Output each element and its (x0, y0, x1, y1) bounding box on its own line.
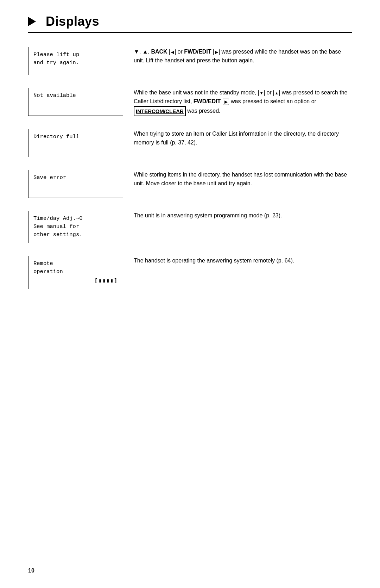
display-row-not-available: Not available While the base unit was no… (28, 88, 352, 116)
screen-not-available: Not available (28, 88, 123, 116)
desc-directory-full: When trying to store an item or Caller L… (134, 129, 352, 147)
desc-save-error: While storing items in the directory, th… (134, 170, 352, 188)
page-number: 10 (28, 568, 34, 574)
screen-please-lift: Please lift up and try again. (28, 47, 123, 75)
desc-not-available: While the base unit was not in the stand… (134, 88, 352, 116)
screen-time-day: Time/day Adj.→0 See manual for other set… (28, 211, 123, 243)
arrow-icon (28, 18, 41, 25)
page-header: Displays (28, 14, 352, 29)
signal-bars-row: [▮▮▮▮] (33, 276, 118, 285)
screen-remote-operation: Remote operation [▮▮▮▮] (28, 256, 123, 289)
display-row-please-lift: Please lift up and try again. ▼, ▲, BACK… (28, 47, 352, 75)
desc-remote-operation: The handset is operating the answering s… (134, 256, 352, 265)
screen-remote-text: Remote operation (33, 260, 118, 276)
desc-time-day: The unit is in answering system programm… (134, 211, 352, 220)
screen-save-error: Save error (28, 170, 123, 198)
content-area: Please lift up and try again. ▼, ▲, BACK… (28, 47, 352, 302)
header-divider (28, 32, 352, 33)
display-row-remote-operation: Remote operation [▮▮▮▮] The handset is o… (28, 256, 352, 289)
screen-directory-full: Directory full (28, 129, 123, 157)
display-row-save-error: Save error While storing items in the di… (28, 170, 352, 198)
display-row-directory-full: Directory full When trying to store an i… (28, 129, 352, 157)
display-row-time-day: Time/day Adj.→0 See manual for other set… (28, 211, 352, 243)
desc-please-lift: ▼, ▲, BACK ◀ or FWD/EDIT ▶ was pressed w… (134, 47, 352, 65)
page-title: Displays (46, 14, 99, 29)
